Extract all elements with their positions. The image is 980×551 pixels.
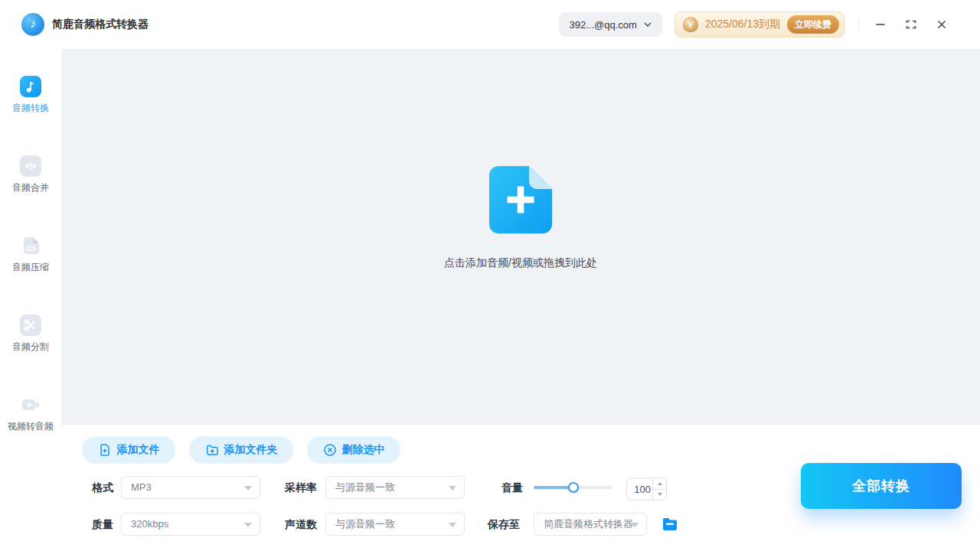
quality-value: 320kbps (122, 514, 260, 535)
add-file-label: 添加文件 (117, 443, 160, 457)
scissors-icon (20, 315, 41, 336)
add-file-icon (98, 443, 112, 457)
save-to-dropdown[interactable]: 简鹿音频格式转换器 (534, 513, 647, 536)
volume-label: 音量 (501, 476, 523, 499)
sidebar-item-audio-split[interactable]: 音频分割 (0, 315, 61, 354)
sidebar-item-audio-merge[interactable]: 音频合并 (0, 155, 61, 194)
license-expiry-text: 2025/06/13到期 (705, 18, 780, 31)
fullscreen-button[interactable] (896, 9, 926, 40)
sample-rate-label: 采样率 (285, 476, 317, 499)
format-value: MP3 (122, 477, 260, 498)
fullscreen-icon (905, 18, 917, 31)
convert-all-button[interactable]: 全部转换 (801, 463, 962, 509)
volume-increment-button[interactable] (653, 478, 666, 490)
account-dropdown[interactable]: 392...@qq.com (559, 12, 662, 37)
channels-value: 与源音频一致 (326, 514, 464, 535)
add-file-big-icon (489, 166, 552, 233)
dropzone-hint: 点击添加音频/视频或拖拽到此处 (444, 256, 597, 270)
titlebar-divider (858, 18, 859, 31)
sidebar-item-label: 音频转换 (0, 102, 61, 115)
close-button[interactable] (926, 9, 957, 40)
format-label: 格式 (92, 476, 113, 499)
compress-file-icon (20, 235, 41, 256)
folder-open-icon (662, 515, 680, 533)
channels-dropdown[interactable]: 与源音频一致 (325, 513, 465, 536)
music-note-icon (20, 76, 41, 97)
volume-input-field[interactable] (627, 478, 652, 500)
sidebar-item-label: 视频转音频 (0, 420, 61, 433)
sidebar-item-label: 音频合并 (0, 181, 61, 194)
delete-selected-label: 删除选中 (342, 443, 385, 457)
app-logo-icon: ♪ (21, 13, 44, 36)
caret-down-icon (631, 523, 639, 527)
caret-up-icon (658, 482, 662, 485)
add-folder-icon (205, 443, 219, 457)
volume-decrement-button[interactable] (653, 490, 666, 500)
vip-badge-icon: V (683, 17, 698, 32)
video-camera-icon (20, 394, 41, 416)
volume-spinner (652, 478, 666, 500)
volume-slider[interactable] (534, 476, 612, 499)
add-folder-button[interactable]: 添加文件夹 (189, 436, 293, 464)
bottom-panel: 添加文件 添加文件夹 删除选中 格式 MP3 采样率 与源音频一致 音量 (61, 425, 980, 551)
sidebar-item-audio-convert[interactable]: 音频转换 (0, 76, 61, 115)
minimize-icon (874, 18, 887, 31)
sidebar-item-audio-compress[interactable]: 音频压缩 (0, 235, 61, 274)
save-to-value: 简鹿音频格式转换器 (534, 514, 646, 535)
titlebar: ♪ 简鹿音频格式转换器 392...@qq.com V 2025/06/13到期… (0, 0, 980, 49)
sidebar-item-label: 音频压缩 (0, 261, 61, 274)
caret-down-icon (658, 493, 662, 496)
volume-slider-handle[interactable] (568, 482, 579, 493)
caret-down-icon (449, 523, 456, 527)
quality-dropdown[interactable]: 320kbps (121, 513, 260, 536)
account-email: 392...@qq.com (570, 19, 637, 31)
sidebar: 音频转换 音频合并 音频压缩 (0, 49, 61, 551)
sidebar-item-video-to-audio[interactable]: 视频转音频 (0, 394, 61, 433)
renew-button[interactable]: 立即续费 (787, 15, 839, 34)
sample-rate-dropdown[interactable]: 与源音频一致 (325, 476, 465, 499)
add-folder-label: 添加文件夹 (224, 443, 278, 457)
volume-number-input (626, 478, 667, 500)
quality-label: 质量 (92, 513, 113, 536)
sample-rate-value: 与源音频一致 (326, 477, 464, 498)
caret-down-icon (244, 523, 252, 527)
add-file-button[interactable]: 添加文件 (82, 436, 175, 464)
channels-label: 声道数 (285, 513, 317, 536)
open-folder-button[interactable] (662, 515, 680, 533)
caret-down-icon (244, 486, 252, 491)
dropzone[interactable]: 点击添加音频/视频或拖拽到此处 (61, 49, 980, 425)
save-to-label: 保存至 (488, 513, 520, 536)
app-title: 简鹿音频格式转换器 (52, 18, 149, 31)
caret-down-icon (449, 486, 456, 491)
chevron-down-icon (644, 22, 652, 27)
minimize-button[interactable] (865, 9, 896, 40)
merge-arrows-icon (20, 155, 41, 177)
delete-circle-icon (323, 443, 337, 457)
license-banner: V 2025/06/13到期 立即续费 (675, 11, 844, 37)
delete-selected-button[interactable]: 删除选中 (307, 436, 400, 464)
format-dropdown[interactable]: MP3 (121, 476, 260, 499)
volume-slider-fill (534, 486, 573, 489)
sidebar-item-label: 音频分割 (0, 341, 61, 354)
close-icon (936, 18, 948, 31)
